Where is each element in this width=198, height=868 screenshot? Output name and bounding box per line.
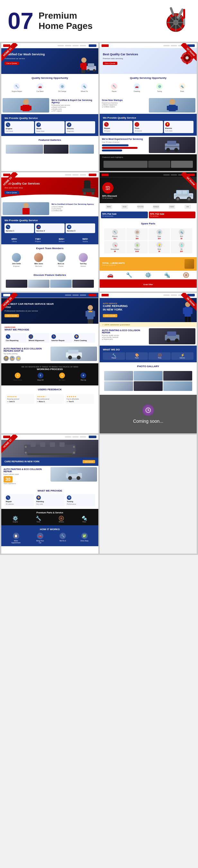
page2-hero-title: Best Quality Car Services: [103, 53, 157, 57]
page7-provide: WHAT WE PROVIDE 🔧 Repair All vehicles 🎨 …: [1, 487, 98, 509]
page2-grow: Grow New Startups Expand your business ●…: [100, 97, 197, 114]
svg-rect-58: [86, 311, 88, 317]
page7-engine: [1, 440, 98, 458]
svg-point-85: [73, 446, 75, 448]
svg-point-87: [73, 452, 75, 454]
page4-icons: 🚗 🔧 ⚙️ 🔩 🛞: [100, 271, 197, 279]
coming-soon-icon: [142, 404, 154, 416]
svg-point-52: [176, 198, 179, 200]
svg-rect-9: [183, 19, 185, 25]
page1-service-icons: 🔧 Engine Repair 🚗 Car Wash ⚙️ Oil Change…: [4, 81, 95, 94]
page1-featured: Featured Galleries: [1, 136, 98, 157]
page4-sale: 50% Flat Sale On accessories 50% Flat Sa…: [100, 210, 197, 220]
page1-hero-title: Qualified Car Wash Servicing: [4, 53, 59, 57]
page6-what-we-do: WHAT WE DO 🔧 Repair 🎨 Paint 🛞 Tires ⚡ El…: [100, 346, 197, 362]
svg-point-66: [77, 355, 81, 360]
page5-hero-title: THE BEST CAR REPAIR SERVICE NEAR YOU!: [4, 303, 59, 309]
page2-logo: [102, 44, 109, 47]
svg-rect-82: [60, 442, 65, 447]
svg-point-21: [23, 99, 29, 105]
page2-provide-banner: We Provide Quality Service 🔧 Repair All …: [100, 114, 197, 136]
page7-how-it-works: HOW IT WORKS 📋 Make Appointment 🚗 Bring …: [1, 525, 98, 546]
page3-hero: Best Quality Car Services Best auto repa…: [1, 178, 98, 201]
svg-rect-29: [186, 62, 188, 64]
svg-point-32: [169, 99, 175, 105]
svg-rect-10: [169, 7, 174, 16]
page-card-7: HOME 07: [1, 435, 98, 554]
empty-cell: [100, 435, 197, 554]
svg-rect-62: [88, 311, 92, 312]
page6-hero-title: CARE REPAIRING IN NEW YORK: [103, 305, 130, 312]
svg-rect-89: [68, 470, 78, 474]
svg-rect-54: [177, 191, 182, 194]
page3-certified: We're Certified & Expert Car Servicing A…: [1, 201, 98, 216]
page5-provide: Services WHAT WE PROVIDE 🔧 Car Repairing…: [1, 324, 98, 345]
page1-provide-banner: We Provide Quality Service 🔧 Engine Full…: [1, 114, 98, 136]
page4-brands: BMW AUDI TOYOTA HONDA FORD VW: [100, 203, 197, 210]
svg-point-84: [25, 446, 27, 448]
svg-point-11: [81, 58, 87, 63]
svg-rect-15: [81, 70, 83, 73]
page7-dark: Premium Parts & Service ⚙️ Engine 🔧 Tool…: [1, 509, 98, 525]
page7-hero-bar: CARE REPAIRING IN NEW YORK Get a Quote: [1, 458, 98, 466]
svg-rect-61: [90, 319, 93, 324]
page5-auto-painting: AUTO PAINTING & ECO COLLISION REPAIRS SH…: [1, 345, 98, 363]
pages-grid: HOME 01 Qualified Car Wash Servicing Pro…: [0, 42, 198, 555]
page6-auto-painting: AUTO PAINTING & ECO COLLISION REPAIR Pre…: [100, 327, 197, 346]
page6-guarantee: ✓ 100% satisfaction guaranteed: [100, 322, 197, 327]
page1-certified: We're Certified & Expert Car Servicing A…: [1, 97, 98, 114]
page2-experienced: We're Most Experienced For Servicing Ove…: [100, 136, 197, 154]
page-card-1: HOME 01 Qualified Car Wash Servicing Pro…: [1, 43, 98, 171]
page3-team: Expert Team Members John Smith Engineer …: [1, 244, 98, 271]
coming-soon-text: Coming soon...: [133, 418, 163, 424]
svg-rect-69: [183, 308, 186, 314]
svg-point-53: [188, 198, 190, 200]
page1-cta[interactable]: Get a Quote: [4, 62, 19, 65]
svg-rect-74: [167, 332, 176, 336]
svg-rect-44: [92, 192, 94, 195]
svg-rect-80: [40, 442, 45, 447]
svg-point-90: [68, 476, 72, 480]
page3-provide-banner: We Provide Quality Service 🔧 Service 1 🚗…: [1, 216, 98, 236]
page3-stats: 655+ Clients 738+ Projects 826+ Workers …: [1, 236, 98, 244]
page3-cta[interactable]: Get a Quote: [4, 191, 19, 194]
page5-cta[interactable]: Get a Quote: [4, 314, 19, 317]
page1-quality: Quality Servicing Opportunity 🔧 Engine R…: [1, 74, 98, 97]
svg-rect-71: [185, 317, 187, 322]
svg-rect-16: [83, 70, 85, 73]
page6-hero: AUTO SERVICE CARE REPAIRING IN NEW YORK …: [100, 298, 197, 322]
page1-nav-dots: [58, 45, 86, 46]
page-card-6: 06 Home AUTO SERVICE CARE REPAIRING IN N…: [100, 293, 197, 433]
page1-hero: Qualified Car Wash Servicing Professiona…: [1, 48, 98, 74]
svg-point-20: [93, 69, 96, 72]
page1-section1-title: Quality Servicing Opportunity: [4, 76, 95, 80]
page6-coming-soon: Coming soon...: [100, 395, 197, 433]
svg-rect-34: [167, 106, 170, 110]
svg-rect-59: [92, 311, 95, 317]
page2-cta[interactable]: Get a Quote: [103, 62, 117, 65]
header-icon: [161, 6, 190, 35]
svg-rect-8: [183, 9, 185, 19]
page4-hero: 60% OFF 60% Discount On all services: [100, 178, 197, 203]
page1-certified-title: We're Certified & Expert Car Servicing A…: [52, 99, 96, 103]
svg-rect-79: [31, 442, 36, 447]
svg-point-75: [166, 339, 170, 342]
svg-point-39: [174, 148, 178, 152]
svg-rect-46: [23, 208, 30, 214]
svg-rect-70: [190, 308, 193, 314]
page2-grow-title: Grow New Startups: [102, 99, 146, 101]
svg-rect-13: [80, 63, 82, 68]
page6-cta[interactable]: Get a Quote: [103, 314, 117, 317]
svg-rect-42: [82, 188, 95, 192]
page-card-3: HOME 03 Best Quality Car Services Best a…: [1, 172, 98, 291]
page4-shop: Spare Parts 🔧 Wrench $12 🛞 Tire $89 ⚙️ G…: [100, 220, 197, 257]
page4-grab[interactable]: Grab Offer: [100, 279, 197, 288]
page5-working: WE DO WHATEVER IT TAKES TO BRING YOU PEA…: [1, 363, 98, 385]
svg-point-27: [186, 56, 189, 60]
svg-rect-40: [165, 146, 179, 147]
page2-hero: Best Quality Car Services Premium auto s…: [100, 48, 197, 74]
header-label1: Premium: [39, 10, 93, 21]
svg-point-19: [87, 69, 90, 72]
page-card-5: HOME 05 THE BEST CAR REPAIR SERVICE NEAR…: [1, 293, 98, 433]
page3-galleries: Discover Feature Galleries: [1, 271, 98, 291]
